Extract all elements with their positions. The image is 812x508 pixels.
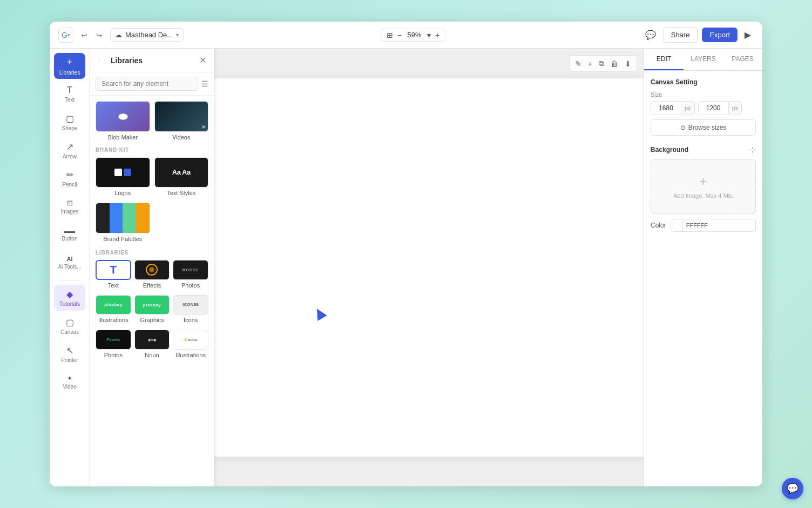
photos-moose-thumb: MOOSE [173,260,208,280]
zoom-dropdown-button[interactable]: ▾ [426,31,432,39]
main-body: + Libraries T Text ▢ Shape ↗ Arrow ✏ Pen… [50,49,762,486]
graphics-thumb: pixabay [134,295,170,315]
library-item-photos-pexels[interactable]: Pexels Photos [96,330,131,358]
canvas-download-button[interactable]: ⬇ [622,58,633,69]
play-button[interactable]: ▶ [742,27,754,43]
illustrations2-thumb: ⊙ OUCH [173,330,208,350]
canvas-wrapper [214,49,644,486]
redo-button[interactable]: ↪ [93,29,106,42]
browse-sizes-button[interactable]: ⊙ Browse sizes [651,119,756,136]
right-tabs: EDIT LAYERS PAGES [644,49,762,71]
list-view-icon[interactable]: ☰ [201,79,208,88]
sidebar-item-canvas[interactable]: ▢ Canvas [54,313,85,339]
color-hex-input[interactable] [683,222,756,229]
topbar-left: G ▾ ↩ ↪ ☁ Masthead De... ▾ [58,28,184,43]
background-title: Background [651,146,688,153]
color-row: Color 100 [651,219,756,232]
file-name-button[interactable]: ☁ Masthead De... ▾ [110,28,184,42]
background-image-area[interactable]: + Add Image. Max 4 Mb. [651,159,756,213]
export-button[interactable]: Export [702,28,737,42]
canvas-add-button[interactable]: + [586,58,594,69]
sidebar-item-libraries[interactable]: + Libraries [54,53,85,79]
library-item-text-styles[interactable]: Aa Aa Text Styles [154,157,209,197]
photos-moose-label: Photos [181,282,200,289]
color-swatch-group[interactable]: 100 [671,219,756,232]
library-item-noun[interactable]: ◉✕◼ Noun [134,330,170,358]
canvas-delete-button[interactable]: 🗑 [608,58,620,69]
text-styles-thumb: Aa Aa [154,157,209,188]
width-input-group: px [651,101,695,115]
library-item-photos-moose[interactable]: MOOSE Photos [173,260,208,289]
icons-label: Icons [184,317,198,323]
library-item-text[interactable]: T Text [96,260,131,289]
zoom-controls: ⊞ − 59% ▾ + [381,29,445,42]
libraries-panel: ⋮⋮ Libraries ✕ ☰ ⬬ Blob Maker [90,49,214,486]
library-item-blob-maker[interactable]: ⬬ Blob Maker [96,101,150,141]
bg-title-row: Background ⊹ [651,145,756,154]
file-name-label: Masthead De... [125,31,173,39]
sidebar-item-video[interactable]: ✦ Video [54,369,85,395]
height-input[interactable] [699,102,728,115]
pointer-label: Pointer [61,357,78,363]
color-label: Color [651,222,666,229]
canvas-area: ✎ + ⧉ 🗑 ⬇ [214,49,644,486]
sidebar-item-pointer[interactable]: ↖ Pointer [54,341,85,367]
sidebar-item-tutorials[interactable]: ◆ Tutorials [54,285,85,311]
cloud-icon: ☁ [115,31,122,39]
library-item-icons[interactable]: ICONS8 Icons [173,295,208,324]
logos-label: Logos [114,190,131,196]
sidebar-item-shape[interactable]: ▢ Shape [54,109,85,135]
libraries-section-label: LIBRARIES [96,250,208,256]
logos-thumb [96,157,150,188]
zoom-in-button[interactable]: + [434,31,441,39]
library-item-videos[interactable]: ▶ Videos [154,101,209,141]
libraries-grid-1: T Text Effects [96,260,208,289]
icons-thumb: ICONS8 [173,295,208,315]
sidebar-item-images[interactable]: ⊡ Images [54,193,85,219]
sidebar-item-button[interactable]: ▬▬ Button [54,222,85,248]
brand-palettes-row: Brand Palettes [96,203,208,242]
library-item-illustrations2[interactable]: ⊙ OUCH Illustrations [173,330,208,358]
sidebar-item-arrow[interactable]: ↗ Arrow [54,137,85,163]
tab-pages[interactable]: PAGES [723,49,762,70]
sidebar-item-text[interactable]: T Text [54,81,85,107]
brand-kit-top-row: ⬬ Blob Maker ▶ Videos [96,101,208,141]
shape-icon: ▢ [66,113,74,124]
undo-button[interactable]: ↩ [78,29,91,42]
share-button[interactable]: Share [663,27,698,43]
svg-point-1 [149,267,154,272]
sidebar-item-pencil[interactable]: ✏ Pencil [54,165,85,191]
zoom-out-button[interactable]: − [396,31,403,39]
video-icon: ✦ [67,375,72,382]
button-icon: ▬▬ [64,228,75,234]
library-item-effects[interactable]: Effects [134,260,170,289]
history-controls: ↩ ↪ [78,29,106,42]
library-item-graphics[interactable]: pixabay Graphics [134,295,170,324]
canvas-icon: ▢ [66,317,74,327]
left-sidebar: + Libraries T Text ▢ Shape ↗ Arrow ✏ Pen… [50,49,90,486]
panel-close-button[interactable]: ✕ [198,54,207,66]
library-item-logos[interactable]: Logos [96,157,150,197]
pointer-icon: ↖ [66,345,73,356]
library-item-illustrations[interactable]: pixabay Illustrations [96,295,131,324]
canvas-edit-button[interactable]: ✎ [573,58,584,69]
comment-button[interactable]: 💬 [642,27,659,43]
google-logo[interactable]: G ▾ [58,28,73,43]
text-icon: T [67,85,72,95]
background-options-icon[interactable]: ⊹ [749,145,756,154]
photos-pexels-thumb: Pexels [96,330,131,350]
tab-layers[interactable]: LAYERS [684,49,723,70]
width-input[interactable] [651,102,681,115]
video-label: Video [63,384,76,390]
canvas-frame[interactable] [214,78,644,457]
canvas-copy-button[interactable]: ⧉ [597,58,606,69]
library-item-brand-palettes[interactable]: Brand Palettes [96,203,150,242]
sidebar-item-ai-tools[interactable]: AI Ai Tools... [54,250,85,276]
tab-edit[interactable]: EDIT [644,49,684,70]
fit-button[interactable]: ⊞ [385,31,394,39]
height-input-group: px [698,101,742,115]
canvas-label: Canvas [60,329,79,335]
search-input[interactable] [96,77,198,91]
color-swatch [671,219,683,231]
logos-inner [114,169,131,176]
